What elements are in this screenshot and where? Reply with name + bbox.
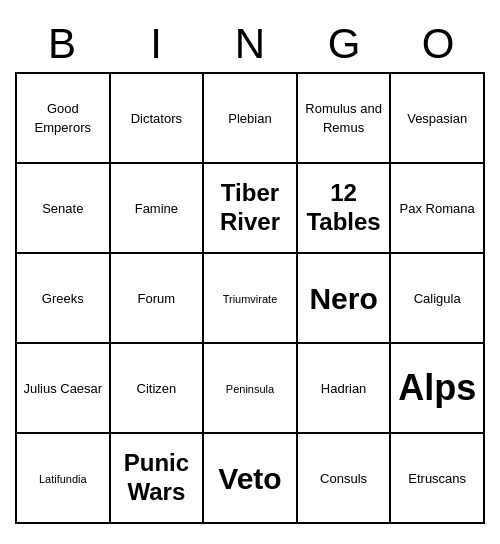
table-row: LatifundiaPunic WarsVetoConsulsEtruscans [16, 433, 484, 523]
cell-text: Nero [309, 282, 377, 315]
cell-r0-c2: Plebian [203, 73, 297, 163]
bingo-letter-n: N [203, 20, 297, 68]
cell-r1-c1: Famine [110, 163, 204, 253]
cell-text: Etruscans [408, 471, 466, 486]
cell-r3-c4: Alps [390, 343, 484, 433]
cell-r0-c4: Vespasian [390, 73, 484, 163]
cell-text: Consuls [320, 471, 367, 486]
cell-text: 12 Tables [306, 179, 380, 235]
cell-text: Romulus and Remus [305, 101, 382, 135]
cell-r2-c4: Caligula [390, 253, 484, 343]
cell-text: Citizen [137, 381, 177, 396]
cell-text: Tiber River [220, 179, 280, 235]
cell-r4-c2: Veto [203, 433, 297, 523]
cell-text: Plebian [228, 111, 271, 126]
cell-r1-c2: Tiber River [203, 163, 297, 253]
bingo-grid: Good EmperorsDictatorsPlebianRomulus and… [15, 72, 485, 524]
bingo-header: BINGO [15, 20, 485, 68]
table-row: GreeksForumTriumvirateNeroCaligula [16, 253, 484, 343]
cell-r3-c0: Julius Caesar [16, 343, 110, 433]
cell-r4-c3: Consuls [297, 433, 391, 523]
cell-text: Vespasian [407, 111, 467, 126]
cell-text: Veto [218, 462, 281, 495]
cell-text: Pax Romana [400, 201, 475, 216]
cell-text: Peninsula [226, 383, 274, 395]
bingo-letter-i: I [109, 20, 203, 68]
bingo-letter-o: O [391, 20, 485, 68]
cell-text: Punic Wars [124, 449, 189, 505]
table-row: Julius CaesarCitizenPeninsulaHadrianAlps [16, 343, 484, 433]
cell-text: Forum [138, 291, 176, 306]
table-row: SenateFamineTiber River12 TablesPax Roma… [16, 163, 484, 253]
cell-r1-c0: Senate [16, 163, 110, 253]
table-row: Good EmperorsDictatorsPlebianRomulus and… [16, 73, 484, 163]
cell-r3-c3: Hadrian [297, 343, 391, 433]
cell-r2-c3: Nero [297, 253, 391, 343]
cell-text: Greeks [42, 291, 84, 306]
bingo-letter-b: B [15, 20, 109, 68]
cell-text: Senate [42, 201, 83, 216]
cell-text: Julius Caesar [23, 381, 102, 396]
cell-r0-c3: Romulus and Remus [297, 73, 391, 163]
bingo-letter-g: G [297, 20, 391, 68]
cell-r4-c1: Punic Wars [110, 433, 204, 523]
cell-r2-c0: Greeks [16, 253, 110, 343]
cell-r0-c0: Good Emperors [16, 73, 110, 163]
cell-r4-c0: Latifundia [16, 433, 110, 523]
cell-r3-c2: Peninsula [203, 343, 297, 433]
cell-text: Good Emperors [35, 101, 91, 135]
cell-r2-c2: Triumvirate [203, 253, 297, 343]
cell-text: Alps [398, 367, 476, 408]
cell-r1-c4: Pax Romana [390, 163, 484, 253]
cell-r1-c3: 12 Tables [297, 163, 391, 253]
cell-text: Famine [135, 201, 178, 216]
cell-r4-c4: Etruscans [390, 433, 484, 523]
cell-text: Latifundia [39, 473, 87, 485]
cell-text: Triumvirate [223, 293, 278, 305]
cell-r2-c1: Forum [110, 253, 204, 343]
cell-text: Caligula [414, 291, 461, 306]
bingo-card: BINGO Good EmperorsDictatorsPlebianRomul… [15, 20, 485, 524]
cell-r3-c1: Citizen [110, 343, 204, 433]
cell-r0-c1: Dictators [110, 73, 204, 163]
cell-text: Dictators [131, 111, 182, 126]
cell-text: Hadrian [321, 381, 367, 396]
